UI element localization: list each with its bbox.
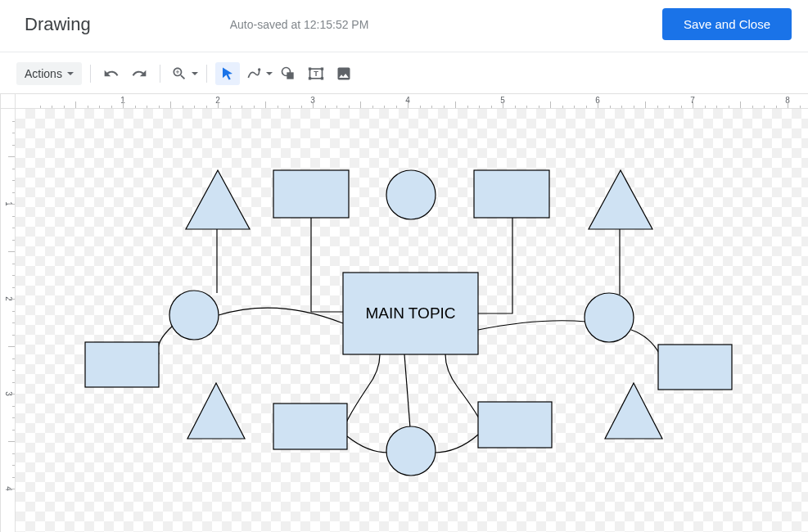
connector-line[interactable]	[219, 308, 343, 323]
drawing-canvas[interactable]: MAIN TOPIC	[16, 109, 808, 532]
connector-line[interactable]	[631, 330, 660, 354]
circle-shape[interactable]	[386, 170, 436, 219]
separator	[90, 65, 91, 83]
textbox-tool-button[interactable]: T	[304, 62, 328, 85]
separator	[206, 65, 207, 83]
actions-label: Actions	[25, 67, 62, 80]
horizontal-ruler: 12345678	[16, 93, 808, 109]
dialog-title: Drawing	[25, 14, 91, 35]
image-icon	[336, 65, 352, 82]
triangle-shape[interactable]	[186, 170, 250, 229]
shape-tool-button[interactable]	[276, 62, 300, 85]
connector-line[interactable]	[478, 321, 586, 330]
connector-line[interactable]	[434, 435, 478, 453]
redo-button[interactable]	[127, 62, 151, 85]
svg-text:T: T	[314, 70, 318, 78]
ruler-corner	[0, 93, 16, 109]
vertical-ruler: 1234	[0, 109, 16, 532]
connector-line[interactable]	[347, 436, 388, 453]
canvas-area: 12345678 1234 MAIN TOPIC	[0, 93, 808, 532]
actions-menu-button[interactable]: Actions	[16, 62, 82, 85]
svg-point-0	[258, 68, 260, 70]
rectangle-shape[interactable]	[273, 170, 349, 218]
autosave-status: Auto-saved at 12:15:52 PM	[132, 18, 662, 31]
undo-icon	[103, 65, 120, 82]
select-tool-button[interactable]	[215, 62, 240, 85]
diagram: MAIN TOPIC	[16, 109, 808, 532]
connector-line[interactable]	[158, 326, 173, 354]
rectangle-shape[interactable]	[85, 342, 159, 387]
save-and-close-button[interactable]: Save and Close	[662, 8, 792, 40]
circle-shape[interactable]	[585, 293, 634, 342]
connector-line[interactable]	[478, 218, 512, 313]
chevron-down-icon	[67, 72, 74, 75]
chevron-down-icon	[266, 72, 273, 75]
svg-rect-4	[309, 68, 311, 70]
rectangle-shape[interactable]	[658, 345, 732, 390]
connector-line[interactable]	[311, 218, 343, 312]
chevron-down-icon	[192, 72, 198, 75]
rectangle-shape[interactable]	[478, 402, 552, 448]
dialog-header: Drawing Auto-saved at 12:15:52 PM Save a…	[0, 0, 808, 52]
line-tool-button[interactable]	[243, 62, 273, 85]
triangle-shape[interactable]	[187, 383, 245, 439]
shape-icon	[280, 65, 296, 82]
line-icon	[246, 65, 262, 82]
svg-rect-2	[287, 72, 293, 79]
connector-line[interactable]	[445, 354, 483, 431]
svg-rect-6	[309, 77, 311, 79]
svg-rect-5	[321, 68, 323, 70]
separator	[160, 65, 160, 83]
zoom-icon	[171, 65, 187, 82]
redo-icon	[131, 65, 147, 82]
connector-line[interactable]	[404, 354, 410, 428]
rectangle-shape[interactable]	[273, 404, 347, 449]
toolbar: Actions T	[0, 52, 808, 93]
textbox-icon: T	[308, 65, 324, 82]
connector-line[interactable]	[344, 354, 380, 432]
line-icon-wrap	[243, 62, 264, 85]
svg-rect-7	[321, 77, 323, 79]
zoom-menu-button[interactable]	[169, 62, 198, 85]
zoom-icon-wrap	[169, 62, 190, 85]
image-tool-button[interactable]	[332, 62, 356, 85]
undo-button[interactable]	[99, 62, 124, 85]
circle-shape[interactable]	[169, 291, 219, 340]
cursor-icon	[220, 66, 235, 81]
main-topic-label[interactable]: MAIN TOPIC	[365, 304, 455, 322]
triangle-shape[interactable]	[605, 383, 662, 439]
circle-shape[interactable]	[386, 426, 436, 476]
rectangle-shape[interactable]	[474, 170, 549, 218]
triangle-shape[interactable]	[589, 170, 652, 229]
